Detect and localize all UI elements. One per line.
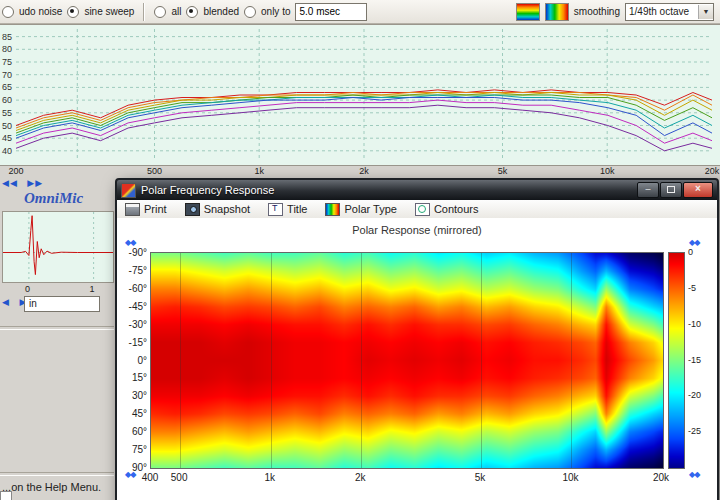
close-button[interactable]: ×: [683, 182, 713, 198]
angle-tick-label: 15°: [121, 372, 147, 383]
contours-icon: [415, 203, 430, 216]
polar-heatmap: [150, 252, 664, 469]
input-channel-value: in: [29, 298, 37, 309]
svg-text:60: 60: [2, 95, 12, 105]
menu-title[interactable]: Title: [268, 203, 307, 216]
maximize-icon: [667, 186, 675, 193]
pseudo-noise-label: udo noise: [19, 6, 62, 17]
menu-print[interactable]: Print: [125, 203, 167, 216]
polar-freq-tick-label: 1k: [257, 472, 283, 483]
polar-freq-tick-label: 400: [137, 472, 163, 483]
svg-text:45: 45: [2, 133, 12, 143]
freq-tick-label: 2k: [352, 166, 376, 176]
menu-polar-type-label: Polar Type: [344, 203, 396, 215]
print-icon: [125, 203, 140, 216]
polar-chart-title: Polar Response (mirrored): [117, 224, 717, 236]
title-icon: [268, 203, 283, 216]
svg-text:85: 85: [2, 32, 12, 42]
polar-freq-tick-label: 5k: [467, 472, 493, 483]
colorbar-tick-label: -5: [688, 283, 696, 293]
frequency-response-plot: 85807570656055504540: [0, 25, 720, 165]
smoothing-select[interactable]: 1/49th octave ▼: [625, 3, 714, 21]
all-radio[interactable]: [154, 6, 166, 18]
svg-text:80: 80: [2, 44, 12, 54]
pan-control-bottom-right[interactable]: ◆◆: [689, 470, 699, 479]
angle-tick-label: 75°: [121, 444, 147, 455]
frequency-response-chart: 85807570656055504540: [0, 24, 720, 166]
spectrogram-icon-button[interactable]: [516, 3, 540, 21]
angle-tick-label: 60°: [121, 426, 147, 437]
minimize-button[interactable]: –: [637, 182, 659, 198]
impulse-tick-label: 1: [90, 284, 95, 294]
skip-back-button[interactable]: ◀◀: [2, 178, 18, 188]
window-icon: [121, 183, 136, 198]
transport-controls-top: ◀◀ ▶▶: [2, 178, 49, 188]
polar-window-titlebar[interactable]: Polar Frequency Response – ×: [117, 180, 717, 200]
menu-polar-type[interactable]: Polar Type: [325, 203, 396, 216]
pan-control-top-right[interactable]: ◆◆: [689, 238, 699, 247]
freq-tick-label: 1k: [247, 166, 271, 176]
angle-tick-label: -60°: [121, 283, 147, 294]
svg-text:50: 50: [2, 121, 12, 131]
menu-contours-label: Contours: [434, 203, 479, 215]
freq-tick-label: 10k: [595, 166, 619, 176]
polar-freq-tick-label: 2k: [347, 472, 373, 483]
all-label: all: [171, 6, 181, 17]
polar-frequency-response-window: Polar Frequency Response – × Print Snaps…: [115, 178, 719, 500]
smoothing-label: smoothing: [574, 6, 620, 17]
pan-control-top-left[interactable]: ◆◆: [125, 238, 135, 247]
angle-tick-label: -30°: [121, 319, 147, 330]
polar-freq-tick-label: 20k: [648, 472, 674, 483]
colorbar-tick-label: 0: [688, 247, 693, 257]
blended-radio[interactable]: [186, 6, 198, 18]
angle-tick-label: 30°: [121, 390, 147, 401]
toolbar-separator: [143, 3, 145, 21]
impulse-response-chart: [2, 211, 114, 283]
divider: [0, 326, 114, 330]
maximize-button[interactable]: [660, 182, 682, 198]
camera-icon: [185, 203, 200, 216]
colorbar-tick-label: -20: [688, 390, 701, 400]
only-to-radio[interactable]: [244, 6, 256, 18]
pseudo-noise-radio[interactable]: [2, 6, 14, 18]
window-title: Polar Frequency Response: [141, 184, 274, 196]
input-channel-field[interactable]: in: [24, 296, 100, 312]
angle-tick-label: -90°: [121, 247, 147, 258]
polar-freq-tick-label: 500: [166, 472, 192, 483]
menu-title-label: Title: [287, 203, 307, 215]
omnimic-logo: OmniMic: [24, 190, 83, 207]
colorbar: [668, 252, 685, 469]
menu-print-label: Print: [144, 203, 167, 215]
colorbar-tick-label: -25: [688, 426, 701, 436]
impulse-response-plot: [3, 212, 113, 282]
sine-sweep-radio[interactable]: [67, 6, 79, 18]
step-back-button[interactable]: ◀: [2, 297, 10, 307]
freq-tick-label: 500: [142, 166, 166, 176]
divider: [0, 472, 114, 476]
polar-chart-area: Polar Response (mirrored) ◆◆ ◆◆ ◆◆ ◆◆ -9…: [117, 218, 717, 500]
menu-snapshot[interactable]: Snapshot: [185, 203, 250, 216]
svg-text:65: 65: [2, 82, 12, 92]
app-window: udo noise sine sweep all blended only to…: [0, 0, 720, 500]
colormap-icon-button[interactable]: [545, 3, 569, 21]
colorbar-tick-label: -10: [688, 319, 701, 329]
impulse-axis-labels: 01: [0, 284, 118, 295]
skip-forward-button[interactable]: ▶▶: [27, 178, 43, 188]
msec-input[interactable]: [295, 3, 367, 21]
svg-text:75: 75: [2, 57, 12, 67]
svg-text:40: 40: [2, 146, 12, 156]
sine-sweep-label: sine sweep: [84, 6, 134, 17]
menu-contours[interactable]: Contours: [415, 203, 479, 216]
top-toolbar: udo noise sine sweep all blended only to…: [0, 0, 720, 24]
corner-chip: [0, 491, 12, 500]
freq-tick-label: 5k: [490, 166, 514, 176]
svg-text:55: 55: [2, 108, 12, 118]
window-buttons: – ×: [637, 182, 713, 198]
angle-tick-label: -45°: [121, 301, 147, 312]
polar-menubar: Print Snapshot Title Polar Type Contours: [117, 200, 717, 219]
only-to-label: only to: [261, 6, 290, 17]
menu-snapshot-label: Snapshot: [204, 203, 250, 215]
angle-tick-label: -75°: [121, 265, 147, 276]
angle-tick-label: 0°: [121, 355, 147, 366]
help-hint-text: ...on the Help Menu.: [2, 481, 101, 493]
